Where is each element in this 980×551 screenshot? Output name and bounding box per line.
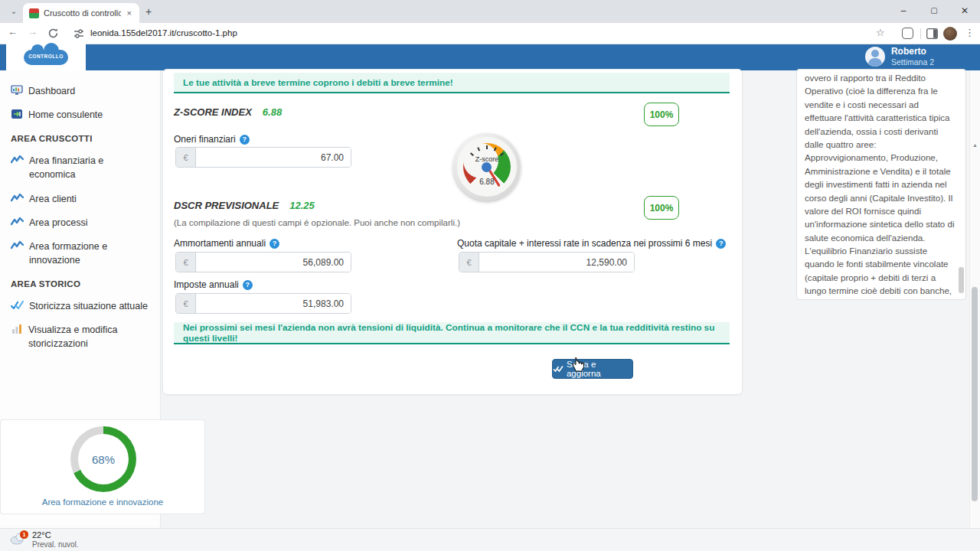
site-info-tune-icon[interactable] <box>74 28 84 39</box>
roi-info-text: ovvero il rapporto tra il Reddito Operat… <box>805 71 956 300</box>
extensions-icon[interactable] <box>902 28 913 39</box>
line-chart-icon <box>11 155 24 165</box>
app-header: CONTROLLO Roberto Settimana 2 <box>0 44 980 70</box>
url-bar[interactable]: leonida.155del2017.it/cruscotto-1.php <box>90 28 237 37</box>
gauge-face: Z-score 6.88 <box>457 137 517 197</box>
panel-scrollbar-thumb[interactable] <box>959 267 964 293</box>
dscr-note: (La compilazione di questi campi é opzio… <box>174 218 460 227</box>
tab-favicon-icon <box>29 8 39 18</box>
quota-capitale-input[interactable]: € <box>459 252 635 272</box>
label-text: Quota capitale + interessi rate in scade… <box>457 238 712 249</box>
sidebar-item-label: Area formazione e innovazione <box>29 240 149 267</box>
ammortamenti-input[interactable]: € <box>175 252 351 272</box>
help-icon[interactable]: ? <box>240 135 250 145</box>
sidebar-item-home-consulente[interactable]: Home consulente <box>11 108 149 122</box>
back-icon[interactable]: ← <box>8 26 18 37</box>
area-card-formazione[interactable]: 68% Area formazione e innovazione <box>0 419 205 514</box>
zscore-value: 6.88 <box>263 106 282 118</box>
save-update-button[interactable]: Salva e aggiorna <box>552 359 633 379</box>
help-icon[interactable]: ? <box>270 239 279 249</box>
forward-icon[interactable]: → <box>28 26 38 37</box>
mouse-cursor <box>571 357 585 373</box>
window-close-button[interactable]: ✕ <box>949 0 980 23</box>
sidebar-item-label: Storicizza situazione attuale <box>29 299 148 313</box>
sidebar-item-storicizza[interactable]: Storicizza situazione attuale <box>11 299 149 313</box>
browser-profile-avatar[interactable] <box>943 27 957 41</box>
side-panel-icon[interactable] <box>926 28 938 39</box>
bookmark-star-icon[interactable]: ☆ <box>876 27 885 38</box>
new-tab-button[interactable]: + <box>145 5 152 18</box>
help-icon[interactable]: ? <box>243 280 253 290</box>
quota-capitale-label: Quota capitale + interessi rate in scade… <box>457 238 726 249</box>
ammortamenti-field[interactable] <box>196 253 351 272</box>
currency-prefix: € <box>176 294 196 313</box>
zscore-heading: Z-SCORE INDEX6.88 <box>174 106 282 118</box>
sidebar-item-label: Home consulente <box>28 108 103 122</box>
sidebar-section-cruscotti: AREA CRUSCOTTI <box>11 134 149 143</box>
zscore-score-badge: 100% <box>644 103 679 126</box>
alert-text: Le tue attività a breve termine coprono … <box>183 77 453 88</box>
zscore-label: Z-SCORE INDEX <box>174 106 252 118</box>
weather-badge: 1 <box>20 530 28 539</box>
line-chart-icon <box>11 240 24 250</box>
cloud-logo-icon: CONTROLLO <box>24 50 68 65</box>
currency-prefix: € <box>176 148 196 167</box>
area-card-label[interactable]: Area formazione e innovazione <box>1 497 204 507</box>
double-check-icon <box>553 365 564 373</box>
user-menu[interactable]: Roberto Settimana 2 <box>865 47 934 67</box>
browser-toolbar: ← → leonida.155del2017.it/cruscotto-1.ph… <box>0 23 980 44</box>
tab-close-icon[interactable]: × <box>126 8 133 18</box>
scrollbar-up-arrow[interactable]: ▲ <box>972 142 978 148</box>
help-icon[interactable]: ? <box>716 239 726 249</box>
sidebar-item-label: Area processi <box>29 216 87 230</box>
sidebar-item-area-finanziaria[interactable]: Area finanziaria e economica <box>11 154 149 181</box>
page-scrollbar-thumb[interactable] <box>972 287 978 501</box>
sidebar-item-label: Area clienti <box>29 192 77 206</box>
line-chart-icon <box>11 193 24 203</box>
sidebar-item-area-clienti[interactable]: Area clienti <box>11 192 149 206</box>
sidebar-item-label: Visualizza e modifica storicizzazioni <box>28 323 149 350</box>
user-avatar <box>865 47 885 67</box>
window-minimize-button[interactable]: – <box>888 0 919 23</box>
zscore-gauge: Z-score 6.88 <box>453 133 521 201</box>
toolbar-separator <box>920 28 921 39</box>
label-text: Ammortamenti annuali <box>174 238 266 249</box>
taskbar-weather-widget[interactable]: 1 22°C Preval. nuvol. <box>9 530 79 549</box>
user-name: Roberto <box>891 47 934 57</box>
weather-condition: Preval. nuvol. <box>32 540 79 549</box>
browser-tab[interactable]: Cruscotto di controllo × <box>23 3 139 23</box>
currency-prefix: € <box>459 253 479 272</box>
roi-info-panel: ovvero il rapporto tra il Reddito Operat… <box>796 69 966 300</box>
bar-chart-icon <box>11 324 23 334</box>
home-arrow-icon <box>11 109 23 119</box>
sidebar-item-visualizza[interactable]: Visualizza e modifica storicizzazioni <box>11 323 149 350</box>
imposte-field[interactable] <box>196 294 351 313</box>
label-text: Oneri finanziari <box>174 134 236 145</box>
tab-search-chevron-icon[interactable]: ⌄ <box>5 4 23 19</box>
line-chart-icon <box>11 217 24 227</box>
reload-icon[interactable] <box>47 28 59 39</box>
gauge-value: 6.88 <box>457 178 517 186</box>
double-check-icon <box>11 300 24 310</box>
alert-text: Nei prossimi sei mesi l'azienda non avrà… <box>183 322 720 344</box>
sidebar-item-area-formazione[interactable]: Area formazione e innovazione <box>11 240 149 267</box>
logo-text: CONTROLLO <box>24 54 68 59</box>
browser-menu-icon[interactable]: ⋮ <box>965 27 975 38</box>
imposte-input[interactable]: € <box>175 293 351 314</box>
dscr-heading: DSCR PREVISIONALE12.25 <box>174 200 315 211</box>
oneri-finanziari-field[interactable] <box>196 148 351 167</box>
dscr-label: DSCR PREVISIONALE <box>174 200 279 211</box>
sidebar-section-storico: AREA STORICO <box>11 279 149 289</box>
progress-ring: 68% <box>70 426 136 492</box>
dscr-value: 12.25 <box>289 200 315 211</box>
currency-prefix: € <box>176 253 196 272</box>
sidebar-item-label: Area finanziaria e economica <box>29 154 149 181</box>
oneri-finanziari-input[interactable]: € <box>175 147 351 168</box>
progress-percent: 68% <box>70 426 136 492</box>
app-logo[interactable]: CONTROLLO <box>6 44 86 71</box>
sidebar-item-dashboard[interactable]: Dashboard <box>11 84 149 98</box>
quota-capitale-field[interactable] <box>479 253 634 272</box>
sidebar-item-area-processi[interactable]: Area processi <box>11 216 149 230</box>
taskbar: 1 22°C Preval. nuvol. Cerca S X A C C <box>0 528 980 551</box>
window-maximize-button[interactable]: ▢ <box>919 0 949 23</box>
